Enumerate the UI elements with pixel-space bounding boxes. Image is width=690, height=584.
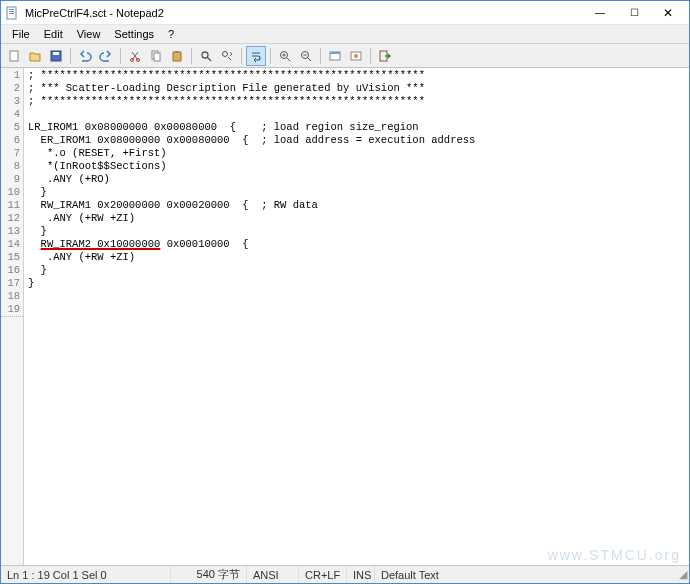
redo-icon[interactable] bbox=[96, 46, 116, 66]
status-position: Ln 1 : 19 Col 1 Sel 0 bbox=[1, 566, 171, 583]
line-number: 8 bbox=[1, 160, 23, 173]
code-line[interactable]: LR_IROM1 0x08000000 0x00080000 { ; load … bbox=[28, 121, 689, 134]
cut-icon[interactable] bbox=[125, 46, 145, 66]
line-number: 5 bbox=[1, 121, 23, 134]
svg-rect-3 bbox=[9, 13, 14, 14]
code-line[interactable]: *(InRoot$$Sections) bbox=[28, 160, 689, 173]
toolbar-separator bbox=[191, 48, 192, 64]
line-number: 1 bbox=[1, 69, 23, 82]
code-line[interactable]: RW_IRAM1 0x20000000 0x00020000 { ; RW da… bbox=[28, 199, 689, 212]
svg-rect-4 bbox=[10, 51, 18, 61]
code-line[interactable]: ; **************************************… bbox=[28, 95, 689, 108]
code-line[interactable] bbox=[28, 108, 689, 121]
find-icon[interactable] bbox=[196, 46, 216, 66]
line-number-gutter: 12345678910111213141516171819 bbox=[1, 68, 24, 565]
code-line[interactable]: .ANY (+RW +ZI) bbox=[28, 212, 689, 225]
toolbar-separator bbox=[120, 48, 121, 64]
copy-icon[interactable] bbox=[146, 46, 166, 66]
undo-icon[interactable] bbox=[75, 46, 95, 66]
minimize-button[interactable]: — bbox=[583, 2, 617, 24]
resize-grip-icon[interactable]: ◢ bbox=[679, 568, 689, 581]
exit-icon[interactable] bbox=[375, 46, 395, 66]
code-line[interactable] bbox=[28, 290, 689, 303]
svg-line-21 bbox=[308, 58, 311, 61]
code-line[interactable]: ; **************************************… bbox=[28, 69, 689, 82]
menu-help[interactable]: ? bbox=[161, 26, 181, 42]
paste-icon[interactable] bbox=[167, 46, 187, 66]
code-line[interactable] bbox=[28, 303, 689, 316]
code-line[interactable]: } bbox=[28, 186, 689, 199]
line-number: 3 bbox=[1, 95, 23, 108]
line-number: 13 bbox=[1, 225, 23, 238]
app-icon bbox=[5, 6, 19, 20]
toolbar-separator bbox=[320, 48, 321, 64]
code-line[interactable]: } bbox=[28, 225, 689, 238]
line-number: 18 bbox=[1, 290, 23, 303]
code-line[interactable]: .ANY (+RO) bbox=[28, 173, 689, 186]
svg-rect-2 bbox=[9, 11, 14, 12]
line-number: 14 bbox=[1, 238, 23, 251]
line-number: 16 bbox=[1, 264, 23, 277]
svg-rect-6 bbox=[53, 52, 59, 55]
svg-rect-24 bbox=[330, 52, 340, 54]
line-number: 7 bbox=[1, 147, 23, 160]
toolbar-separator bbox=[241, 48, 242, 64]
menubar: File Edit View Settings ? bbox=[1, 25, 689, 44]
code-line[interactable]: } bbox=[28, 264, 689, 277]
save-icon[interactable] bbox=[46, 46, 66, 66]
line-number: 19 bbox=[1, 303, 23, 316]
code-line[interactable]: ER_IROM1 0x08000000 0x00080000 { ; load … bbox=[28, 134, 689, 147]
editor[interactable]: 12345678910111213141516171819 ; ********… bbox=[1, 68, 689, 565]
line-number: 9 bbox=[1, 173, 23, 186]
status-size: 540 字节 bbox=[171, 566, 247, 583]
status-eol: CR+LF bbox=[299, 566, 347, 583]
status-encoding: ANSI bbox=[247, 566, 299, 583]
menu-settings[interactable]: Settings bbox=[107, 26, 161, 42]
open-icon[interactable] bbox=[25, 46, 45, 66]
menu-edit[interactable]: Edit bbox=[37, 26, 70, 42]
code-line[interactable]: *.o (RESET, +First) bbox=[28, 147, 689, 160]
menu-view[interactable]: View bbox=[70, 26, 108, 42]
line-number: 4 bbox=[1, 108, 23, 121]
svg-rect-10 bbox=[154, 53, 160, 61]
svg-line-17 bbox=[287, 58, 290, 61]
custom-icon[interactable] bbox=[346, 46, 366, 66]
window-buttons: — ☐ ✕ bbox=[583, 2, 685, 24]
menu-file[interactable]: File bbox=[5, 26, 37, 42]
svg-rect-1 bbox=[9, 9, 14, 10]
svg-rect-11 bbox=[173, 52, 181, 61]
status-insert: INS bbox=[347, 566, 375, 583]
code-line[interactable]: ; *** Scatter-Loading Description File g… bbox=[28, 82, 689, 95]
statusbar: Ln 1 : 19 Col 1 Sel 0 540 字节 ANSI CR+LF … bbox=[1, 565, 689, 583]
wordwrap-icon[interactable] bbox=[246, 46, 266, 66]
maximize-button[interactable]: ☐ bbox=[617, 2, 651, 24]
code-area[interactable]: ; **************************************… bbox=[24, 68, 689, 565]
toolbar-separator bbox=[370, 48, 371, 64]
code-line[interactable]: } bbox=[28, 277, 689, 290]
line-number: 17 bbox=[1, 277, 23, 290]
line-number: 6 bbox=[1, 134, 23, 147]
line-number: 15 bbox=[1, 251, 23, 264]
svg-line-14 bbox=[207, 57, 211, 61]
titlebar: MicPreCtrlF4.sct - Notepad2 — ☐ ✕ bbox=[1, 1, 689, 25]
close-button[interactable]: ✕ bbox=[651, 2, 685, 24]
status-filetype: Default Text bbox=[375, 566, 445, 583]
code-line[interactable]: .ANY (+RW +ZI) bbox=[28, 251, 689, 264]
toolbar-separator bbox=[270, 48, 271, 64]
svg-rect-12 bbox=[175, 51, 179, 53]
line-number: 11 bbox=[1, 199, 23, 212]
zoomout-icon[interactable] bbox=[296, 46, 316, 66]
scheme-icon[interactable] bbox=[325, 46, 345, 66]
line-number: 10 bbox=[1, 186, 23, 199]
zoomin-icon[interactable] bbox=[275, 46, 295, 66]
line-number: 2 bbox=[1, 82, 23, 95]
line-number: 12 bbox=[1, 212, 23, 225]
svg-point-26 bbox=[354, 54, 358, 58]
window-title: MicPreCtrlF4.sct - Notepad2 bbox=[25, 7, 583, 19]
new-icon[interactable] bbox=[4, 46, 24, 66]
toolbar-separator bbox=[70, 48, 71, 64]
replace-icon[interactable] bbox=[217, 46, 237, 66]
toolbar bbox=[1, 44, 689, 68]
code-line[interactable]: RW_IRAM2 0x10000000 0x00010000 { bbox=[28, 238, 689, 251]
svg-point-15 bbox=[223, 51, 228, 56]
